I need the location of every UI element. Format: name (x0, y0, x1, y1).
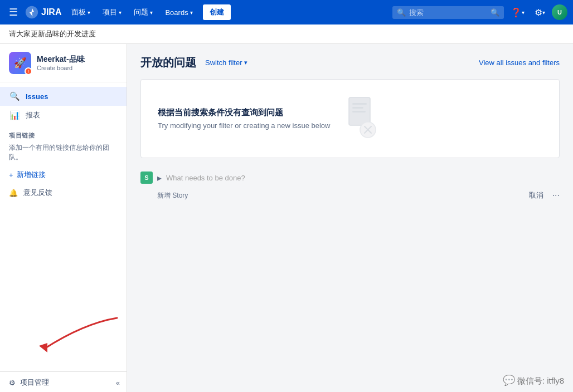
chevron-down-icon: ▾ (119, 9, 122, 16)
sidebar-item-reports[interactable]: 📊 报表 (0, 106, 127, 125)
chevron-down-icon: ▾ (542, 9, 545, 16)
create-issue-meta: 新增 Story 取消 ··· (157, 190, 560, 200)
hamburger-menu[interactable]: ☰ (6, 4, 21, 21)
empty-state-text: 根据当前搜索条件没有查询到问题 Try modifying your filte… (158, 107, 330, 130)
rocket-icon: 🚀 (14, 57, 26, 69)
content-area: 开放的问题 Switch filter ▾ View all issues an… (127, 44, 573, 392)
project-avatar: 🚀 ! (9, 52, 31, 74)
top-navigation: ☰ JIRA 面板 ▾ 项目 ▾ 问题 ▾ Boards ▾ 创建 🔍 🔍 ❓ … (0, 0, 573, 24)
help-icon: ❓ (511, 7, 522, 18)
create-issue-row: S ▸ (140, 167, 560, 188)
reports-icon: 📊 (9, 110, 20, 120)
logo-text: JIRA (41, 7, 61, 17)
feedback-icon: 🔔 (9, 189, 18, 197)
issue-type-icon: S (140, 171, 153, 184)
empty-state-illustration (343, 96, 379, 141)
more-options-button[interactable]: ··· (552, 190, 560, 200)
user-avatar[interactable]: U (552, 4, 567, 20)
sidebar-item-issues-label: Issues (26, 92, 48, 101)
search-box[interactable]: 🔍 🔍 (392, 6, 504, 19)
project-links-desc: 添加一个有用的链接信息给你的团队。 (0, 142, 127, 166)
project-links-section-label: 项目链接 (0, 125, 127, 142)
title-row: 开放的问题 Switch filter ▾ (140, 55, 251, 70)
create-issue-input[interactable] (166, 174, 560, 182)
create-button[interactable]: 创建 (203, 4, 231, 20)
nav-issues[interactable]: 问题 ▾ (129, 5, 157, 19)
nav-project[interactable]: 项目 ▾ (98, 5, 126, 19)
create-issue-section: S ▸ 新增 Story 取消 ··· (140, 167, 560, 200)
notice-text: 请大家更新品味的开发进度 (9, 30, 96, 38)
chevron-down-icon: ▾ (88, 9, 90, 16)
view-all-link[interactable]: View all issues and filters (479, 58, 560, 67)
project-header: 🚀 ! Meerkat-品味 Create board (0, 44, 127, 82)
sidebar: 🚀 ! Meerkat-品味 Create board 🔍 Issues 📊 报… (0, 44, 127, 392)
sidebar-item-issues[interactable]: 🔍 Issues (0, 87, 127, 106)
nav-boards[interactable]: Boards ▾ (161, 6, 197, 19)
sidebar-collapse-button[interactable]: « (116, 379, 120, 387)
add-link-label: 新增链接 (17, 170, 46, 180)
svg-rect-2 (352, 107, 363, 109)
sidebar-navigation: 🔍 Issues 📊 报表 项目链接 添加一个有用的链接信息给你的团队。 + 新… (0, 82, 127, 371)
feedback-label: 意见反馈 (23, 188, 52, 198)
empty-state-subtitle: Try modifying your filter or creating a … (158, 121, 330, 130)
chevron-down-icon: ▾ (190, 9, 193, 16)
switch-filter-button[interactable]: Switch filter ▾ (202, 57, 251, 68)
page-title: 开放的问题 (140, 55, 196, 70)
settings-button[interactable]: ⚙ ▾ (531, 5, 548, 20)
bullet-icon: ▸ (157, 173, 162, 183)
chevron-down-icon: ▾ (244, 59, 247, 66)
settings-icon: ⚙ (9, 379, 16, 387)
sidebar-item-reports-label: 报表 (26, 110, 40, 120)
plus-icon: + (9, 171, 13, 179)
search-submit-icon: 🔍 (491, 8, 499, 17)
chevron-down-icon: ▾ (522, 9, 525, 16)
chevron-down-icon: ▾ (150, 9, 153, 16)
project-subtitle[interactable]: Create board (37, 65, 118, 71)
svg-rect-1 (352, 103, 367, 105)
notice-bar: 请大家更新品味的开发进度 (0, 24, 573, 44)
project-name: Meerkat-品味 (37, 55, 118, 65)
search-input[interactable] (409, 8, 487, 17)
content-header: 开放的问题 Switch filter ▾ View all issues an… (140, 55, 560, 70)
empty-state-title: 根据当前搜索条件没有查询到问题 (158, 107, 330, 118)
search-icon: 🔍 (397, 8, 406, 17)
gear-icon: ⚙ (535, 7, 542, 18)
add-link-button[interactable]: + 新增链接 (0, 166, 127, 183)
project-info: Meerkat-品味 Create board (37, 55, 118, 71)
project-settings-label: 项目管理 (20, 378, 49, 388)
create-type-label: 新增 Story (157, 191, 188, 200)
switch-filter-label: Switch filter (205, 58, 242, 67)
issues-icon: 🔍 (9, 91, 20, 101)
main-layout: 🚀 ! Meerkat-品味 Create board 🔍 Issues 📊 报… (0, 44, 573, 392)
nav-board[interactable]: 面板 ▾ (67, 5, 95, 19)
cancel-button[interactable]: 取消 (529, 190, 543, 200)
project-settings-button[interactable]: ⚙ 项目管理 « (0, 371, 127, 392)
avatar-initials: U (557, 9, 562, 16)
sidebar-item-feedback[interactable]: 🔔 意见反馈 (0, 183, 127, 202)
help-button[interactable]: ❓ ▾ (507, 5, 528, 20)
svg-rect-3 (352, 111, 366, 112)
jira-logo: JIRA (25, 5, 61, 19)
project-badge: ! (25, 67, 32, 75)
empty-state-card: 根据当前搜索条件没有查询到问题 Try modifying your filte… (140, 79, 560, 158)
